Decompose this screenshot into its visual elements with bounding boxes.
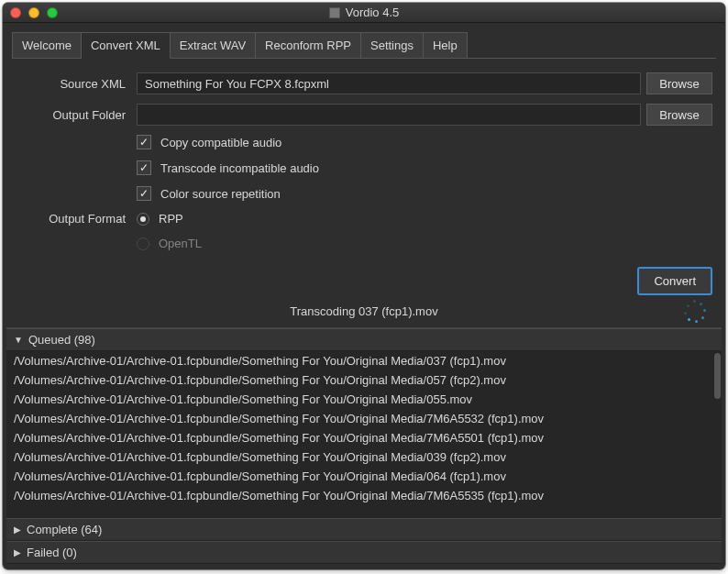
browse-output-button[interactable]: Browse (646, 104, 712, 126)
complete-section-label: Complete (64) (27, 523, 102, 536)
rpp-radio[interactable] (137, 213, 149, 226)
queued-section-header[interactable]: ▼ Queued (98) (6, 328, 722, 351)
status-text: Transcoding 037 (fcp1).mov (290, 304, 437, 318)
close-icon[interactable] (10, 7, 21, 18)
failed-section-header[interactable]: ▶ Failed (0) (6, 541, 722, 564)
color-repetition-label: Color source repetition (160, 187, 281, 201)
output-format-label: Output Format (16, 212, 137, 226)
list-item[interactable]: /Volumes/Archive-01/Archive-01.fcpbundle… (6, 370, 722, 390)
disclosure-right-icon: ▶ (14, 524, 21, 535)
transcode-audio-label: Transcode incompatible audio (160, 161, 319, 175)
copy-audio-label: Copy compatible audio (160, 136, 281, 149)
complete-section-header[interactable]: ▶ Complete (64) (6, 518, 722, 541)
app-window: Vordio 4.5 Welcome Convert XML Extract W… (3, 3, 725, 569)
minimize-icon[interactable] (28, 7, 39, 18)
scrollbar-thumb[interactable] (714, 353, 721, 399)
output-folder-input[interactable] (137, 104, 641, 126)
failed-section-label: Failed (0) (27, 546, 77, 559)
queued-section-label: Queued (98) (28, 333, 95, 347)
titlebar[interactable]: Vordio 4.5 (3, 3, 725, 23)
disclosure-down-icon: ▼ (14, 335, 23, 345)
tab-settings[interactable]: Settings (361, 32, 424, 59)
zoom-icon[interactable] (47, 7, 58, 18)
list-item[interactable]: /Volumes/Archive-01/Archive-01.fcpbundle… (6, 409, 722, 428)
tab-reconform-rpp[interactable]: Reconform RPP (256, 32, 361, 59)
queued-file-list[interactable]: /Volumes/Archive-01/Archive-01.fcpbundle… (6, 351, 722, 518)
tabbar: Welcome Convert XML Extract WAV Reconfor… (3, 23, 725, 59)
window-title: Vordio 4.5 (3, 6, 725, 19)
tab-help[interactable]: Help (424, 32, 468, 59)
tab-convert-xml[interactable]: Convert XML (82, 32, 171, 59)
browse-source-button[interactable]: Browse (646, 72, 712, 94)
progress-lists: ▼ Queued (98) /Volumes/Archive-01/Archiv… (6, 327, 722, 564)
disclosure-right-icon: ▶ (14, 547, 21, 557)
opentl-radio-label: OpenTL (159, 237, 202, 250)
window-controls (10, 7, 58, 18)
window-title-text: Vordio 4.5 (346, 6, 400, 19)
list-item[interactable]: /Volumes/Archive-01/Archive-01.fcpbundle… (6, 428, 722, 447)
transcode-audio-checkbox[interactable]: ✓ (137, 160, 151, 175)
spinner-icon (683, 300, 707, 324)
source-xml-input[interactable]: Something For You FCPX 8.fcpxml (137, 72, 641, 94)
list-item[interactable]: /Volumes/Archive-01/Archive-01.fcpbundle… (6, 447, 722, 467)
list-item[interactable]: /Volumes/Archive-01/Archive-01.fcpbundle… (6, 467, 722, 486)
list-item[interactable]: /Volumes/Archive-01/Archive-01.fcpbundle… (6, 390, 722, 409)
convert-button[interactable]: Convert (637, 267, 712, 295)
source-xml-label: Source XML (16, 77, 137, 91)
list-item[interactable]: /Volumes/Archive-01/Archive-01.fcpbundle… (6, 486, 722, 505)
output-folder-label: Output Folder (16, 108, 137, 122)
list-item[interactable]: /Volumes/Archive-01/Archive-01.fcpbundle… (6, 351, 722, 370)
color-repetition-checkbox[interactable]: ✓ (137, 186, 151, 201)
form-area: Source XML Something For You FCPX 8.fcpx… (3, 60, 725, 267)
opentl-radio[interactable] (137, 237, 149, 250)
rpp-radio-label: RPP (159, 212, 183, 226)
copy-audio-checkbox[interactable]: ✓ (137, 135, 151, 149)
app-icon (329, 7, 340, 18)
tab-welcome[interactable]: Welcome (12, 32, 82, 59)
tab-extract-wav[interactable]: Extract WAV (171, 32, 256, 59)
